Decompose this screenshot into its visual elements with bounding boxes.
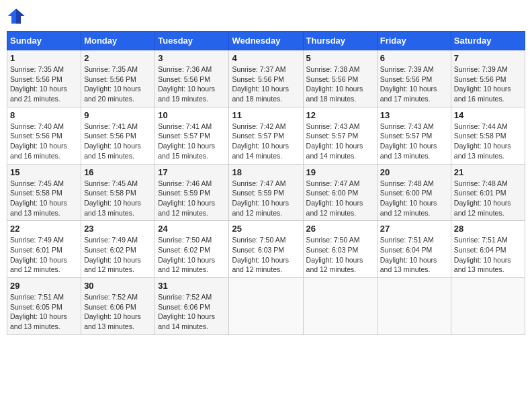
day-info: Sunrise: 7:51 AM Sunset: 6:04 PM Dayligh… (380, 235, 448, 275)
calendar-cell: 12Sunrise: 7:43 AM Sunset: 5:57 PM Dayli… (303, 107, 377, 164)
day-info: Sunrise: 7:35 AM Sunset: 5:56 PM Dayligh… (84, 64, 152, 104)
header-day-sunday: Sunday (7, 32, 81, 50)
calendar-cell: 13Sunrise: 7:43 AM Sunset: 5:57 PM Dayli… (377, 107, 451, 164)
day-info: Sunrise: 7:41 AM Sunset: 5:56 PM Dayligh… (84, 122, 152, 161)
day-number: 19 (306, 167, 374, 177)
day-info: Sunrise: 7:47 AM Sunset: 5:59 PM Dayligh… (232, 179, 300, 218)
day-info: Sunrise: 7:44 AM Sunset: 5:58 PM Dayligh… (454, 122, 522, 161)
calendar-week-1: 1Sunrise: 7:35 AM Sunset: 5:56 PM Daylig… (7, 50, 525, 107)
day-number: 15 (10, 167, 78, 177)
day-number: 6 (380, 53, 448, 63)
calendar-cell: 31Sunrise: 7:52 AM Sunset: 6:06 PM Dayli… (155, 278, 229, 335)
calendar-week-4: 22Sunrise: 7:49 AM Sunset: 6:01 PM Dayli… (7, 221, 525, 278)
calendar-cell: 19Sunrise: 7:47 AM Sunset: 6:00 PM Dayli… (303, 164, 377, 221)
calendar-week-2: 8Sunrise: 7:40 AM Sunset: 5:56 PM Daylig… (7, 107, 525, 164)
header-day-tuesday: Tuesday (155, 32, 229, 50)
calendar-cell: 24Sunrise: 7:50 AM Sunset: 6:02 PM Dayli… (155, 221, 229, 278)
calendar-cell: 5Sunrise: 7:38 AM Sunset: 5:56 PM Daylig… (303, 50, 377, 107)
day-number: 31 (158, 281, 226, 291)
calendar-cell: 30Sunrise: 7:52 AM Sunset: 6:06 PM Dayli… (81, 278, 155, 335)
calendar-cell: 10Sunrise: 7:41 AM Sunset: 5:57 PM Dayli… (155, 107, 229, 164)
day-number: 14 (454, 110, 522, 120)
day-number: 12 (306, 110, 374, 120)
calendar-cell: 25Sunrise: 7:50 AM Sunset: 6:03 PM Dayli… (229, 221, 303, 278)
day-info: Sunrise: 7:38 AM Sunset: 5:56 PM Dayligh… (306, 64, 374, 104)
day-info: Sunrise: 7:50 AM Sunset: 6:03 PM Dayligh… (232, 235, 300, 275)
day-info: Sunrise: 7:39 AM Sunset: 5:56 PM Dayligh… (380, 64, 448, 104)
day-number: 23 (84, 224, 152, 234)
day-info: Sunrise: 7:40 AM Sunset: 5:56 PM Dayligh… (10, 122, 78, 161)
day-number: 16 (84, 167, 152, 177)
day-number: 9 (84, 110, 152, 120)
day-info: Sunrise: 7:51 AM Sunset: 6:05 PM Dayligh… (10, 292, 78, 332)
day-info: Sunrise: 7:39 AM Sunset: 5:56 PM Dayligh… (454, 64, 522, 104)
day-info: Sunrise: 7:52 AM Sunset: 6:06 PM Dayligh… (158, 292, 226, 332)
day-number: 25 (232, 224, 300, 234)
calendar-week-3: 15Sunrise: 7:45 AM Sunset: 5:58 PM Dayli… (7, 164, 525, 221)
header-day-saturday: Saturday (451, 32, 525, 50)
header-day-wednesday: Wednesday (229, 32, 303, 50)
day-info: Sunrise: 7:52 AM Sunset: 6:06 PM Dayligh… (84, 292, 152, 332)
day-info: Sunrise: 7:41 AM Sunset: 5:57 PM Dayligh… (158, 122, 226, 161)
calendar-cell (377, 278, 451, 335)
day-info: Sunrise: 7:47 AM Sunset: 6:00 PM Dayligh… (306, 179, 374, 218)
header-day-monday: Monday (81, 32, 155, 50)
calendar-cell: 23Sunrise: 7:49 AM Sunset: 6:02 PM Dayli… (81, 221, 155, 278)
calendar-cell: 14Sunrise: 7:44 AM Sunset: 5:58 PM Dayli… (451, 107, 525, 164)
calendar-cell: 2Sunrise: 7:35 AM Sunset: 5:56 PM Daylig… (81, 50, 155, 107)
day-number: 7 (454, 53, 522, 63)
header-day-friday: Friday (377, 32, 451, 50)
day-number: 4 (232, 53, 300, 63)
day-info: Sunrise: 7:46 AM Sunset: 5:59 PM Dayligh… (158, 179, 226, 218)
day-number: 24 (158, 224, 226, 234)
day-info: Sunrise: 7:37 AM Sunset: 5:56 PM Dayligh… (232, 64, 300, 104)
day-number: 18 (232, 167, 300, 177)
logo (7, 7, 28, 26)
calendar-cell: 4Sunrise: 7:37 AM Sunset: 5:56 PM Daylig… (229, 50, 303, 107)
calendar-cell: 21Sunrise: 7:48 AM Sunset: 6:01 PM Dayli… (451, 164, 525, 221)
calendar-cell: 3Sunrise: 7:36 AM Sunset: 5:56 PM Daylig… (155, 50, 229, 107)
calendar-cell: 26Sunrise: 7:50 AM Sunset: 6:03 PM Dayli… (303, 221, 377, 278)
day-info: Sunrise: 7:45 AM Sunset: 5:58 PM Dayligh… (84, 179, 152, 218)
calendar-cell: 20Sunrise: 7:48 AM Sunset: 6:00 PM Dayli… (377, 164, 451, 221)
calendar-cell (451, 278, 525, 335)
calendar-cell (303, 278, 377, 335)
day-number: 26 (306, 224, 374, 234)
calendar-cell: 1Sunrise: 7:35 AM Sunset: 5:56 PM Daylig… (7, 50, 81, 107)
calendar-week-5: 29Sunrise: 7:51 AM Sunset: 6:05 PM Dayli… (7, 278, 525, 335)
calendar-cell: 8Sunrise: 7:40 AM Sunset: 5:56 PM Daylig… (7, 107, 81, 164)
calendar-cell (229, 278, 303, 335)
day-number: 20 (380, 167, 448, 177)
calendar-cell: 27Sunrise: 7:51 AM Sunset: 6:04 PM Dayli… (377, 221, 451, 278)
day-number: 28 (454, 224, 522, 234)
calendar-cell: 22Sunrise: 7:49 AM Sunset: 6:01 PM Dayli… (7, 221, 81, 278)
calendar-body: 1Sunrise: 7:35 AM Sunset: 5:56 PM Daylig… (7, 50, 525, 335)
day-number: 13 (380, 110, 448, 120)
calendar-header: SundayMondayTuesdayWednesdayThursdayFrid… (7, 32, 525, 50)
day-info: Sunrise: 7:48 AM Sunset: 6:00 PM Dayligh… (380, 179, 448, 218)
day-info: Sunrise: 7:50 AM Sunset: 6:03 PM Dayligh… (306, 235, 374, 275)
calendar-cell: 16Sunrise: 7:45 AM Sunset: 5:58 PM Dayli… (81, 164, 155, 221)
day-number: 3 (158, 53, 226, 63)
day-info: Sunrise: 7:51 AM Sunset: 6:04 PM Dayligh… (454, 235, 522, 275)
calendar-cell: 11Sunrise: 7:42 AM Sunset: 5:57 PM Dayli… (229, 107, 303, 164)
day-number: 17 (158, 167, 226, 177)
day-number: 1 (10, 53, 78, 63)
day-number: 2 (84, 53, 152, 63)
day-info: Sunrise: 7:48 AM Sunset: 6:01 PM Dayligh… (454, 179, 522, 218)
calendar-cell: 17Sunrise: 7:46 AM Sunset: 5:59 PM Dayli… (155, 164, 229, 221)
day-info: Sunrise: 7:45 AM Sunset: 5:58 PM Dayligh… (10, 179, 78, 218)
day-number: 22 (10, 224, 78, 234)
day-number: 5 (306, 53, 374, 63)
calendar-cell: 18Sunrise: 7:47 AM Sunset: 5:59 PM Dayli… (229, 164, 303, 221)
day-info: Sunrise: 7:49 AM Sunset: 6:01 PM Dayligh… (10, 235, 78, 275)
day-number: 10 (158, 110, 226, 120)
calendar-cell: 7Sunrise: 7:39 AM Sunset: 5:56 PM Daylig… (451, 50, 525, 107)
day-info: Sunrise: 7:36 AM Sunset: 5:56 PM Dayligh… (158, 64, 226, 104)
day-number: 21 (454, 167, 522, 177)
day-info: Sunrise: 7:35 AM Sunset: 5:56 PM Dayligh… (10, 64, 78, 104)
day-number: 30 (84, 281, 152, 291)
svg-marker-1 (16, 9, 25, 24)
header-day-thursday: Thursday (303, 32, 377, 50)
day-info: Sunrise: 7:42 AM Sunset: 5:57 PM Dayligh… (232, 122, 300, 161)
